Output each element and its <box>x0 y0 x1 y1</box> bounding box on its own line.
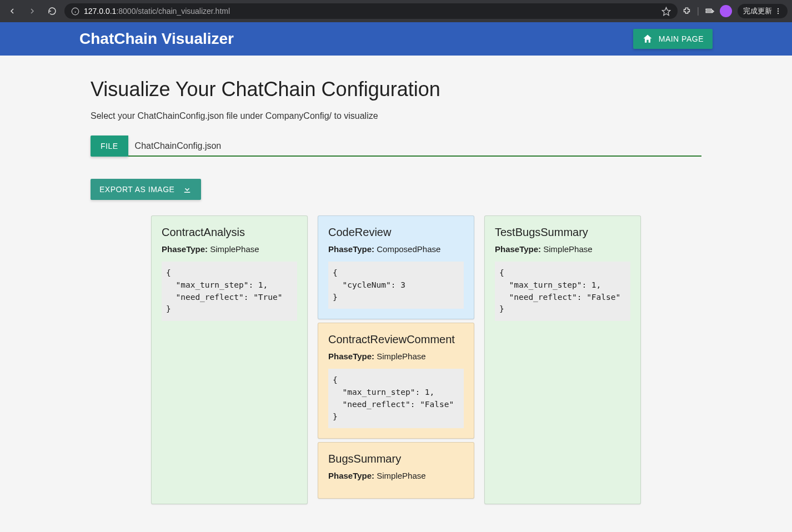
main-page-button[interactable]: MAIN PAGE <box>633 29 713 49</box>
svg-point-9 <box>778 13 779 14</box>
phase-card-title: CodeReview <box>328 226 464 239</box>
browser-update-button[interactable]: 完成更新 <box>738 4 788 18</box>
back-button[interactable] <box>4 3 20 19</box>
phase-card-title: TestBugsSummary <box>495 226 630 239</box>
file-button[interactable]: FILE <box>91 135 128 157</box>
svg-marker-6 <box>712 10 714 12</box>
phase-type-label: PhaseType: <box>328 352 374 361</box>
phase-code-block: { "max_turn_step": 1, "need_reflect": "F… <box>495 262 630 321</box>
phase-type-line: PhaseType: SimplePhase <box>495 244 630 254</box>
url-bar[interactable]: 127.0.0.1:8000/static/chain_visualizer.h… <box>64 3 678 19</box>
phase-type-line: PhaseType: SimplePhase <box>328 471 464 480</box>
phase-type-value: SimplePhase <box>208 244 259 254</box>
app-header: ChatChain Visualizer MAIN PAGE <box>0 22 792 56</box>
svg-point-8 <box>778 11 779 12</box>
phase-card-title: ContractReviewComment <box>328 333 464 346</box>
file-picker-row: FILE <box>91 135 701 157</box>
kebab-menu-icon[interactable] <box>774 7 782 15</box>
download-icon <box>182 184 192 194</box>
reload-button[interactable] <box>44 3 60 19</box>
phase-type-line: PhaseType: SimplePhase <box>162 244 297 254</box>
cards-row: ContractAnalysisPhaseType: SimplePhase{ … <box>91 215 701 504</box>
page-title: Visualize Your ChatChain Configuration <box>91 78 701 101</box>
svg-rect-4 <box>706 9 711 10</box>
phase-type-label: PhaseType: <box>162 244 208 254</box>
card-column: ContractAnalysisPhaseType: SimplePhase{ … <box>151 215 308 504</box>
extensions-icon[interactable] <box>682 7 691 16</box>
phase-type-value: SimplePhase <box>374 352 426 361</box>
media-icon[interactable] <box>705 7 714 16</box>
card-column: TestBugsSummaryPhaseType: SimplePhase{ "… <box>484 215 641 504</box>
bookmark-star-icon[interactable] <box>661 7 671 16</box>
phase-type-value: SimplePhase <box>541 244 593 254</box>
phase-card: ContractReviewCommentPhaseType: SimplePh… <box>318 323 474 439</box>
phase-card: CodeReviewPhaseType: ComposedPhase{ "cyc… <box>318 215 474 319</box>
phase-code-block: { "cycleNum": 3 } <box>328 262 464 309</box>
phase-card-title: BugsSummary <box>328 453 464 465</box>
url-path: :8000/static/chain_visualizer.html <box>116 7 230 16</box>
svg-point-7 <box>778 8 779 9</box>
phase-code-block: { "max_turn_step": 1, "need_reflect": "F… <box>328 369 464 428</box>
browser-chrome: 127.0.0.1:8000/static/chain_visualizer.h… <box>0 0 792 22</box>
page-subtitle: Select your ChatChainConfig.json file un… <box>91 111 701 121</box>
app-brand: ChatChain Visualizer <box>79 30 234 48</box>
phase-code-block: { "max_turn_step": 1, "need_reflect": "T… <box>162 262 297 321</box>
svg-marker-3 <box>662 7 670 15</box>
phase-type-label: PhaseType: <box>328 244 374 254</box>
card-column: CodeReviewPhaseType: ComposedPhase{ "cyc… <box>318 215 474 504</box>
profile-avatar[interactable] <box>720 5 732 17</box>
phase-card-title: ContractAnalysis <box>162 226 297 239</box>
site-info-icon[interactable] <box>71 7 79 16</box>
url-host: 127.0.0.1 <box>84 7 116 16</box>
export-as-image-button[interactable]: EXPORT AS IMAGE <box>91 179 201 200</box>
phase-type-value: ComposedPhase <box>374 244 440 254</box>
phase-card: ContractAnalysisPhaseType: SimplePhase{ … <box>151 215 308 504</box>
phase-type-line: PhaseType: SimplePhase <box>328 352 464 361</box>
home-icon <box>642 33 653 44</box>
phase-type-label: PhaseType: <box>328 471 374 480</box>
svg-rect-5 <box>706 11 711 12</box>
phase-card: TestBugsSummaryPhaseType: SimplePhase{ "… <box>484 215 641 504</box>
phase-type-label: PhaseType: <box>495 244 541 254</box>
phase-card: BugsSummaryPhaseType: SimplePhase <box>318 442 474 499</box>
phase-type-value: SimplePhase <box>374 471 426 480</box>
phase-type-line: PhaseType: ComposedPhase <box>328 244 464 254</box>
main-container: Visualize Your ChatChain Configuration S… <box>79 56 713 515</box>
forward-button[interactable] <box>24 3 40 19</box>
file-name-input[interactable] <box>128 135 701 157</box>
